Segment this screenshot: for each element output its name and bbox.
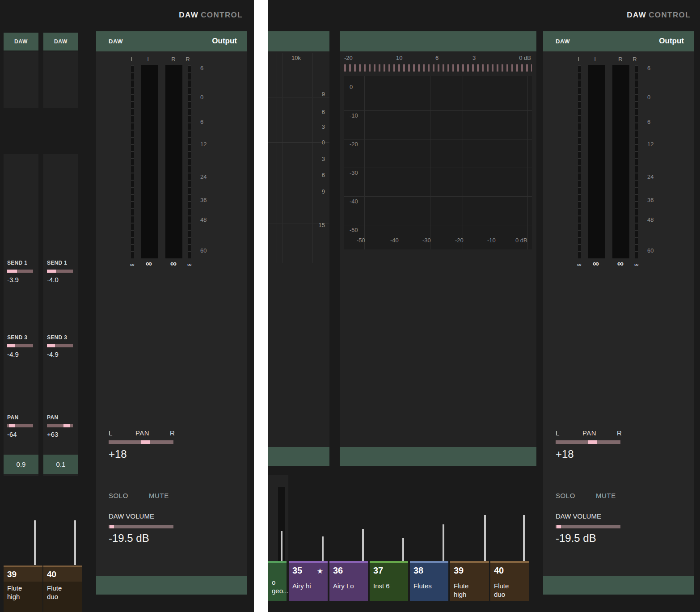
channel-fader[interactable] <box>443 524 444 563</box>
channel-fader[interactable] <box>34 520 36 565</box>
eq-scale-tick: 9 <box>315 188 325 195</box>
meter-scale-tick: 48 <box>200 216 207 223</box>
output-pan-slider[interactable] <box>109 440 173 444</box>
graph-grid-line <box>344 139 532 139</box>
gr-scale-tick: 3 <box>472 55 476 61</box>
graph-y-tick: -30 <box>350 169 358 176</box>
eq-scale-tick: 9 <box>315 91 325 97</box>
meter-scale-tick: 36 <box>647 197 654 203</box>
eq-panel-header <box>268 31 329 51</box>
strip-controls: SEND 1 -3.9 SEND 3 -4.9 PAN -64 0.9 <box>4 154 38 476</box>
strip-readout[interactable]: 0.9 <box>4 455 38 474</box>
meter-floor-infinity: ∞ <box>168 258 179 269</box>
daw-volume-slider[interactable] <box>109 525 173 528</box>
daw-volume-handle[interactable] <box>557 525 561 528</box>
meter-channel-label: R <box>616 56 625 63</box>
channel-name-line2: duo <box>47 592 79 601</box>
channel-tile-39[interactable]: 39 Flute high <box>4 566 42 612</box>
meter-channel-label: R <box>169 56 178 63</box>
eq-scale-tick: 6 <box>315 109 325 115</box>
send3-label: SEND 3 <box>47 334 67 341</box>
strip-display-box <box>4 51 38 108</box>
send1-slider[interactable] <box>47 270 73 273</box>
channel-name: Flute high <box>4 582 42 603</box>
gr-scale-tick: -20 <box>344 55 353 61</box>
channel-name-line1: Inst 6 <box>373 582 390 590</box>
channel-number: 40 <box>43 567 82 582</box>
channel-tile-38[interactable]: 38 Flutes <box>410 561 448 601</box>
graph-y-tick: 0 <box>350 84 353 90</box>
meter-scale-tick: 60 <box>200 247 207 254</box>
pan-slider[interactable] <box>7 424 33 427</box>
pan-label: PAN <box>47 414 58 421</box>
daw-mode-button[interactable]: DAW <box>4 33 38 51</box>
strip-readout[interactable]: 0.1 <box>43 455 78 474</box>
channel-fader[interactable] <box>362 529 364 563</box>
mute-button[interactable]: MUTE <box>149 492 169 499</box>
daw-volume-label: DAW VOLUME <box>556 512 601 520</box>
channel-name-line1: Flute <box>454 582 468 590</box>
channel-number: 38 <box>413 566 423 576</box>
meter-scale-tick: 12 <box>200 141 207 148</box>
channel-fader[interactable] <box>523 515 525 563</box>
channel-fader[interactable] <box>281 531 283 563</box>
solo-button[interactable]: SOLO <box>109 492 128 499</box>
pan-slider-handle[interactable] <box>63 424 70 427</box>
send3-slider[interactable] <box>7 344 33 347</box>
graph-x-tick: -40 <box>390 237 399 244</box>
channel-fader[interactable] <box>484 515 486 563</box>
eq-grid-line <box>268 97 329 98</box>
graph-grid-line <box>398 76 398 249</box>
channel-tile-39[interactable]: 39 Flute high <box>450 561 489 601</box>
channel-tile-35[interactable]: 35 ★ Airy hi <box>289 561 328 601</box>
output-panel-footer <box>543 576 694 595</box>
channel-number: 40 <box>494 566 504 576</box>
output-pan-handle[interactable] <box>588 440 597 444</box>
channel-name: Flute duo <box>43 582 82 603</box>
graph-plot-area: 0 -10 -20 -30 -40 -50 -50 -40 -30 -20 -1… <box>344 76 532 249</box>
channel-name: o geo... <box>272 578 289 595</box>
output-pan-handle[interactable] <box>141 440 150 444</box>
channel-tile-36[interactable]: 36 Airy Lo <box>329 561 368 601</box>
daw-volume-slider[interactable] <box>556 525 620 528</box>
eq-grid-line <box>282 53 283 263</box>
graph-grid-line <box>344 82 532 82</box>
channel-name-line2: duo <box>494 590 509 599</box>
channel-name-line1: Airy hi <box>292 582 311 590</box>
channel-fader[interactable] <box>402 538 404 563</box>
solo-button[interactable]: SOLO <box>556 492 575 499</box>
pan-slider[interactable] <box>47 424 73 427</box>
eq-panel-footer <box>268 447 329 466</box>
pan-slider-handle[interactable] <box>9 424 15 427</box>
channel-tile-40[interactable]: 40 Flute duo <box>490 561 529 601</box>
channel-tile-clipped[interactable]: o geo... <box>268 561 287 601</box>
daw-mode-button[interactable]: DAW <box>43 33 78 51</box>
graph-x-tick: -30 <box>422 237 431 244</box>
channel-name-line1: Flutes <box>413 582 432 590</box>
send3-slider[interactable] <box>47 344 73 347</box>
channel-fader[interactable] <box>74 520 76 565</box>
eq-scale-tick: 3 <box>315 156 325 162</box>
level-meter-bar <box>612 65 629 258</box>
eq-scale-tick: 3 <box>315 123 325 130</box>
send3-value: -4.9 <box>7 350 19 358</box>
send1-label: SEND 1 <box>7 260 27 266</box>
gain-reduction-meter <box>344 64 532 72</box>
eq-grid-line <box>289 53 289 263</box>
channel-tile-37[interactable]: 37 Inst 6 <box>370 561 408 601</box>
output-pan-slider[interactable] <box>556 440 620 444</box>
channel-fader[interactable] <box>322 536 324 563</box>
meter-scale-tick: 6 <box>647 118 650 125</box>
pan-value: +63 <box>47 431 58 438</box>
daw-volume-handle[interactable] <box>110 525 114 528</box>
meter-scale-tick: 36 <box>200 197 207 203</box>
send1-slider[interactable] <box>7 270 33 273</box>
meter-scale-tick: 60 <box>647 247 654 254</box>
channel-name-line1: Airy Lo <box>333 582 354 590</box>
channel-name: Airy Lo <box>333 582 354 590</box>
channel-tile-40[interactable]: 40 Flute duo <box>43 566 82 612</box>
level-meter-bar <box>635 65 638 258</box>
mute-button[interactable]: MUTE <box>596 492 616 499</box>
eq-frequency-label: 10k <box>291 55 301 61</box>
gr-scale-tick: 0 dB <box>519 55 531 61</box>
